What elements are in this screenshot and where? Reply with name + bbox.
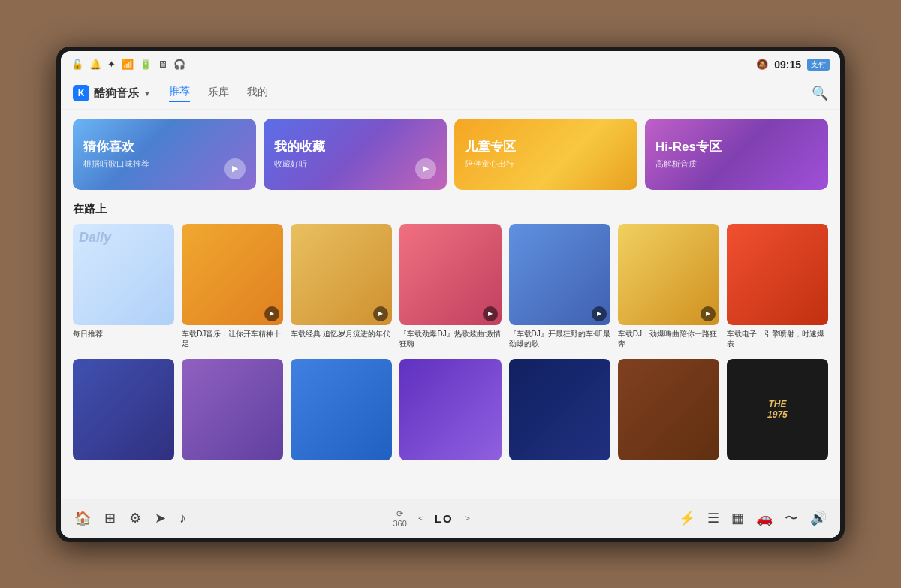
list-item[interactable] — [182, 359, 283, 464]
equalizer-icon[interactable]: ⚡ — [679, 510, 695, 526]
nav-bar: K 酷狗音乐 ▼ 推荐 乐库 我的 🔍 — [61, 78, 840, 110]
volume-icon[interactable]: 🔊 — [810, 510, 827, 526]
bottom-center: ⟳ 360 ＜ LO ＞ — [393, 509, 472, 528]
music-grid-row1: Daily 每日推荐 ▶ 车载DJ音乐：让你开车精神十足 ▶ 车载经典 — [73, 224, 828, 348]
sound-360-button[interactable]: ⟳ 360 — [393, 509, 406, 528]
headphone-icon: 🎧 — [173, 59, 185, 70]
hero-card-2-play[interactable]: ▶ — [415, 158, 436, 179]
bottom-right-icons: ⚡ ☰ ▦ 🚗 〜 🔊 — [679, 509, 827, 527]
playlist-icon[interactable]: ☰ — [707, 510, 719, 526]
screen-display: 🔓 🔔 ✦ 📶 🔋 🖥 🎧 🔕 09:15 支付 K 酷狗音乐 ▼ — [61, 51, 840, 538]
list-item[interactable] — [73, 359, 174, 464]
list-item[interactable]: ▶ 『车载DJ』开最狂野的车·听最劲爆的歌 — [509, 224, 610, 348]
tab-mine[interactable]: 我的 — [247, 86, 268, 101]
hero-card-3-title: 儿童专区 — [465, 138, 627, 155]
status-right: 🔕 09:15 支付 — [756, 59, 830, 71]
hero-cards-grid: 猜你喜欢 根据听歌口味推荐 ▶ 我的收藏 收藏好听 ▶ 儿童专区 陪伴童心出 — [73, 119, 828, 190]
lock-icon: 🔓 — [71, 59, 83, 70]
home-icon[interactable]: 🏠 — [74, 510, 91, 526]
hero-card-1-title: 猜你喜欢 — [83, 138, 246, 155]
signal-icon: 📶 — [122, 59, 134, 70]
tab-recommend[interactable]: 推荐 — [169, 85, 190, 102]
brand-name: 酷狗音乐 — [94, 86, 139, 101]
music-note-icon[interactable]: ♪ — [179, 511, 186, 526]
bell-icon: 🔔 — [89, 59, 101, 70]
brand-k-icon: K — [73, 85, 89, 101]
music-label: 车载经典 追忆岁月流进的年代 — [291, 329, 392, 339]
play-icon[interactable]: ▶ — [483, 306, 498, 321]
hero-card-hires[interactable]: Hi-Res专区 高解析音质 — [645, 119, 828, 190]
list-item-the1975[interactable]: THE1975 — [727, 359, 828, 464]
bottom-left-icons: 🏠 ⊞ ⚙ ➤ ♪ — [74, 510, 186, 526]
list-item[interactable]: ▶ 『车载劲爆DJ』热歌炫曲:激情狂嗨 — [399, 224, 501, 348]
list-item[interactable] — [509, 359, 610, 464]
playlist2-icon[interactable]: ▦ — [731, 510, 744, 526]
the1975-text: THE1975 — [767, 399, 788, 421]
list-item[interactable]: 车载电子：引擎喷射，时速爆表 — [727, 224, 828, 348]
music-grid-row2: THE1975 — [73, 359, 828, 464]
settings-icon[interactable]: ⚙ — [129, 510, 141, 526]
track-name: LO — [435, 512, 454, 525]
clock: 09:15 — [774, 59, 801, 71]
sound-360-label: 360 — [393, 519, 406, 528]
music-label: 车载DJ音乐：让你开车精神十足 — [182, 329, 283, 348]
hero-card-kids[interactable]: 儿童专区 陪伴童心出行 — [454, 119, 637, 190]
grid-icon[interactable]: ⊞ — [104, 510, 116, 526]
next-track-icon[interactable]: ＞ — [463, 511, 472, 525]
hero-card-2-sub: 收藏好听 — [274, 158, 436, 170]
mute-icon: 🔕 — [756, 59, 768, 70]
brand-logo[interactable]: K 酷狗音乐 ▼ — [73, 85, 151, 101]
prev-track-icon[interactable]: ＜ — [416, 511, 426, 525]
car-icon[interactable]: 🚗 — [756, 510, 773, 526]
list-item[interactable]: ▶ 车载DJ：劲爆嗨曲陪你一路狂奔 — [618, 224, 719, 348]
battery-icon: 🔋 — [140, 59, 152, 70]
brand-dropdown-icon[interactable]: ▼ — [143, 89, 151, 98]
music-label: 每日推荐 — [73, 329, 174, 339]
pay-badge[interactable]: 支付 — [807, 59, 830, 71]
music-label: 『车载DJ』开最狂野的车·听最劲爆的歌 — [509, 329, 610, 348]
hero-card-4-title: Hi-Res专区 — [655, 138, 818, 155]
search-icon[interactable]: 🔍 — [812, 85, 828, 101]
play-icon[interactable]: ▶ — [592, 306, 607, 321]
hero-card-recommend[interactable]: 猜你喜欢 根据听歌口味推荐 ▶ — [73, 119, 256, 190]
status-icons-left: 🔓 🔔 ✦ 📶 🔋 🖥 🎧 — [71, 59, 749, 70]
section-on-road-title: 在路上 — [73, 202, 828, 216]
screen-container: 🔓 🔔 ✦ 📶 🔋 🖥 🎧 🔕 09:15 支付 K 酷狗音乐 ▼ — [56, 47, 845, 542]
play-icon[interactable]: ▶ — [701, 306, 716, 321]
hero-card-4-sub: 高解析音质 — [655, 158, 818, 170]
hero-card-collection[interactable]: 我的收藏 收藏好听 ▶ — [264, 119, 447, 190]
music-label: 『车载劲爆DJ』热歌炫曲:激情狂嗨 — [399, 329, 501, 348]
hero-card-3-sub: 陪伴童心出行 — [465, 158, 627, 170]
navigation-icon[interactable]: ➤ — [155, 510, 166, 526]
main-content: 猜你喜欢 根据听歌口味推荐 ▶ 我的收藏 收藏好听 ▶ 儿童专区 陪伴童心出 — [61, 110, 840, 499]
list-item[interactable]: Daily 每日推荐 — [73, 224, 174, 348]
tab-library[interactable]: 乐库 — [208, 86, 229, 101]
hero-card-2-title: 我的收藏 — [274, 138, 436, 155]
track-display: LO — [435, 512, 454, 525]
bluetooth-icon: ✦ — [107, 59, 116, 70]
bottom-bar: 🏠 ⊞ ⚙ ➤ ♪ ⟳ 360 ＜ LO ＞ ⚡ ☰ ▦ — [61, 499, 840, 538]
list-item[interactable] — [618, 359, 719, 464]
list-item[interactable]: ▶ 车载DJ音乐：让你开车精神十足 — [182, 224, 283, 348]
list-item[interactable] — [291, 359, 392, 464]
screen-icon: 🖥 — [158, 59, 167, 70]
music-label: 车载DJ：劲爆嗨曲陪你一路狂奔 — [618, 329, 719, 348]
music-label: 车载电子：引擎喷射，时速爆表 — [727, 329, 828, 348]
nav-tabs: 推荐 乐库 我的 — [169, 85, 794, 102]
play-icon[interactable]: ▶ — [373, 306, 388, 321]
list-item[interactable]: ▶ 车载经典 追忆岁月流进的年代 — [291, 224, 392, 348]
wave-icon[interactable]: 〜 — [785, 509, 798, 527]
status-bar: 🔓 🔔 ✦ 📶 🔋 🖥 🎧 🔕 09:15 支付 — [61, 51, 840, 78]
hero-card-1-sub: 根据听歌口味推荐 — [83, 158, 246, 170]
hero-card-1-play[interactable]: ▶ — [224, 158, 246, 179]
play-icon[interactable]: ▶ — [264, 306, 279, 321]
list-item[interactable] — [399, 359, 501, 464]
